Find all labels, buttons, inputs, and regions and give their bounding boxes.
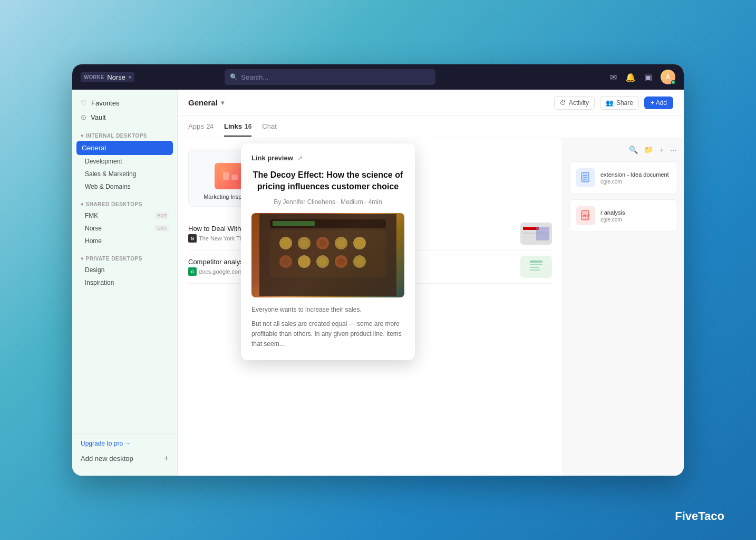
- sidebar-item-general[interactable]: General: [76, 141, 173, 155]
- sidebar-inspiration-label: Inspiration: [85, 279, 114, 286]
- external-link-icon[interactable]: ↗: [297, 155, 303, 162]
- add-button[interactable]: + Add: [644, 97, 673, 109]
- sidebar-item-sales[interactable]: Sales & Marketing: [72, 168, 177, 180]
- sidebar-item-inspiration[interactable]: Inspiration: [72, 276, 177, 289]
- sidebar-shared-section: ▾ SHARED DESKTOPS FMK EXT Norse EXT Home: [72, 197, 177, 247]
- analysis-title: r analysis: [600, 209, 671, 216]
- activity-label: Activity: [569, 99, 589, 107]
- main-content: ♡ Favorites ⊙ Vault ▾ INTERNAL DESKTOPS …: [72, 90, 684, 476]
- sidebar-item-fmk[interactable]: FMK EXT: [72, 209, 177, 222]
- analysis-source: ogle.com: [600, 217, 671, 223]
- link-preview-card[interactable]: Link preview ↗ The Decoy Effect: How the…: [241, 143, 415, 360]
- sidebar-top-section: ♡ Favorites ⊙ Vault: [72, 96, 177, 124]
- desktop-title: General ▾: [188, 98, 224, 107]
- add-desktop-button[interactable]: Add new desktop +: [81, 454, 169, 463]
- tab-links-count: 16: [245, 123, 251, 130]
- title-chevron-icon: ▾: [221, 99, 224, 107]
- idea-doc-source: ogle.com: [600, 179, 671, 185]
- preview-image-inner: [251, 213, 404, 297]
- svg-text:PDF: PDF: [583, 214, 590, 218]
- tab-chat-label: Chat: [262, 122, 276, 130]
- sidebar: ♡ Favorites ⊙ Vault ▾ INTERNAL DESKTOPS …: [72, 90, 178, 476]
- layout-icon[interactable]: ▣: [644, 72, 652, 82]
- norse-ext-badge: EXT: [155, 225, 169, 232]
- collapse-icon-private: ▾: [81, 256, 84, 262]
- sidebar-general-label: General: [82, 144, 106, 152]
- workspace-badge-label: WORKE: [84, 74, 104, 80]
- bell-icon[interactable]: 🔔: [625, 72, 636, 82]
- sidebar-item-norse[interactable]: Norse EXT: [72, 222, 177, 235]
- sidebar-item-home[interactable]: Home: [72, 235, 177, 247]
- more-panel-icon[interactable]: ···: [669, 144, 677, 155]
- tab-apps-label: Apps: [188, 122, 204, 130]
- header-actions: ⏱ Activity 👥 Share + Add: [554, 96, 673, 110]
- svg-rect-10: [530, 264, 542, 265]
- sidebar-item-design[interactable]: Design: [72, 264, 177, 276]
- folder-panel-icon[interactable]: 📁: [643, 144, 654, 155]
- share-icon: 👥: [606, 99, 614, 107]
- inbox-icon[interactable]: ✉: [610, 72, 617, 82]
- tabs-bar: Apps 24 Links 16 Chat: [178, 116, 684, 138]
- sidebar-item-development[interactable]: Development: [72, 155, 177, 168]
- svg-point-27: [319, 239, 326, 247]
- sidebar-private-section: ▾ PRIVATE DESKTOPS Design Inspiration: [72, 252, 177, 289]
- nav-icons: ✉ 🔔 ▣ A: [610, 70, 675, 84]
- clock-icon: ⏱: [560, 99, 566, 107]
- add-panel-icon[interactable]: +: [658, 144, 665, 155]
- add-desktop-label: Add new desktop: [81, 455, 133, 462]
- share-button[interactable]: 👥 Share: [600, 96, 639, 110]
- sidebar-internal-section: ▾ INTERNAL DESKTOPS General Development …: [72, 129, 177, 193]
- tab-apps-count: 24: [207, 123, 214, 130]
- sidebar-bottom: Upgrade to pro → Add new desktop +: [72, 433, 177, 469]
- preview-body-text1: Everyone wants to increase their sales.: [251, 305, 404, 315]
- panel-card-analysis[interactable]: PDF r analysis ogle.com: [569, 199, 677, 232]
- content-area: General ▾ ⏱ Activity 👥 Share + Add: [178, 90, 684, 476]
- upgrade-link[interactable]: Upgrade to pro →: [81, 440, 169, 447]
- svg-rect-37: [581, 172, 589, 182]
- sidebar-web-label: Web & Domains: [85, 183, 130, 190]
- sidebar-item-web[interactable]: Web & Domains: [72, 180, 177, 193]
- collapse-icon: ▾: [81, 133, 84, 139]
- panel-card-idea-doc[interactable]: extension - Idea document ogle.com: [569, 161, 677, 194]
- sidebar-sales-label: Sales & Marketing: [85, 170, 136, 178]
- avatar[interactable]: A: [661, 70, 675, 84]
- search-input[interactable]: Search...: [241, 73, 268, 81]
- workspace-name: Norse: [107, 73, 125, 81]
- svg-point-30: [282, 258, 289, 265]
- tab-chat[interactable]: Chat: [262, 117, 276, 137]
- preview-header: Link preview ↗: [251, 154, 404, 162]
- search-panel-icon[interactable]: 🔍: [628, 144, 639, 155]
- tab-links-label: Links: [224, 122, 242, 130]
- tab-apps[interactable]: Apps 24: [188, 117, 214, 137]
- analysis-text: r analysis ogle.com: [600, 209, 671, 223]
- svg-point-29: [356, 239, 363, 247]
- svg-rect-6: [523, 236, 534, 238]
- activity-button[interactable]: ⏱ Activity: [554, 96, 595, 110]
- sheets-favicon: G: [188, 267, 197, 276]
- sidebar-vault-label: Vault: [91, 113, 106, 121]
- collapse-icon-shared: ▾: [81, 201, 84, 207]
- sidebar-item-vault[interactable]: ⊙ Vault: [72, 110, 177, 124]
- svg-point-26: [301, 239, 308, 247]
- page-title: General: [188, 98, 218, 107]
- idea-doc-text: extension - Idea document ogle.com: [600, 171, 671, 185]
- sidebar-fmk-label: FMK: [85, 212, 98, 219]
- top-nav: WORKE Norse ▾ 🔍 Search... ✉ 🔔 ▣ A: [72, 64, 684, 90]
- sidebar-item-favorites[interactable]: ♡ Favorites: [72, 96, 177, 110]
- svg-rect-11: [530, 267, 539, 268]
- plus-icon: +: [164, 454, 169, 463]
- search-bar[interactable]: 🔍 Search...: [225, 69, 435, 85]
- avatar-online-dot: [671, 80, 675, 84]
- sidebar-private-title: ▾ PRIVATE DESKTOPS: [72, 252, 177, 264]
- svg-rect-12: [530, 269, 540, 271]
- app-window: WORKE Norse ▾ 🔍 Search... ✉ 🔔 ▣ A ♡ Favo: [72, 64, 684, 476]
- tab-links[interactable]: Links 16: [224, 117, 251, 137]
- fmk-ext-badge: EXT: [155, 213, 169, 219]
- sidebar-shared-title: ▾ SHARED DESKTOPS: [72, 197, 177, 209]
- workspace-badge[interactable]: WORKE Norse ▾: [81, 72, 134, 82]
- sidebar-development-label: Development: [85, 158, 122, 165]
- sidebar-design-label: Design: [85, 266, 104, 274]
- nyt-favicon: N: [188, 234, 197, 243]
- svg-point-31: [301, 258, 308, 265]
- workspace-chevron-icon: ▾: [129, 74, 131, 80]
